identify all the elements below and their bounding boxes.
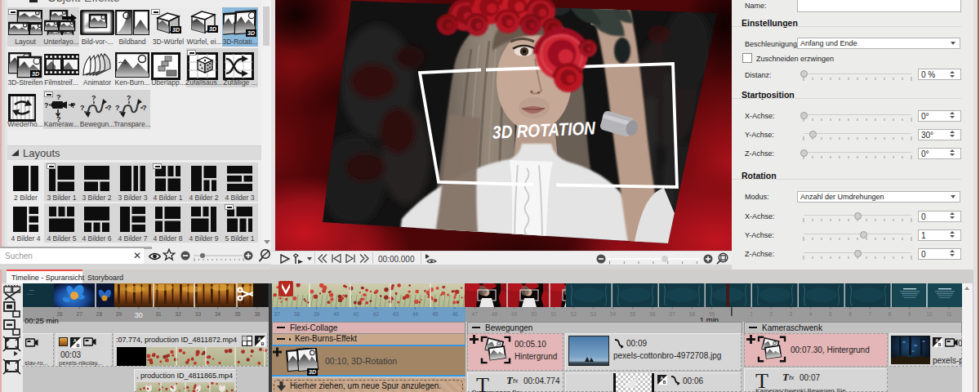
- svg-text:36: 36: [254, 311, 261, 317]
- svg-text:B: B: [938, 342, 942, 347]
- svg-text:46: 46: [452, 311, 458, 317]
- svg-text:6: 6: [849, 311, 852, 317]
- svg-text:1: 1: [750, 311, 753, 317]
- svg-text:48: 48: [492, 311, 498, 317]
- svg-text:2: 2: [769, 311, 773, 317]
- svg-text:39: 39: [314, 311, 320, 317]
- svg-text:47: 47: [472, 311, 479, 317]
- svg-text:3: 3: [790, 311, 793, 317]
- svg-text:10: 10: [926, 311, 933, 317]
- svg-text:51: 51: [550, 311, 557, 317]
- svg-text:42: 42: [373, 311, 380, 317]
- svg-text:40: 40: [333, 311, 340, 317]
- svg-text:34: 34: [215, 311, 221, 317]
- svg-text:54: 54: [610, 311, 617, 317]
- svg-text:58: 58: [689, 311, 696, 317]
- svg-text:56: 56: [649, 311, 656, 317]
- svg-text:44: 44: [412, 311, 419, 317]
- svg-text:33: 33: [195, 311, 202, 317]
- svg-text:?: ?: [44, 101, 49, 109]
- svg-text:49: 49: [511, 311, 518, 317]
- svg-text:37: 37: [274, 311, 281, 317]
- svg-text:7: 7: [868, 311, 871, 317]
- svg-text:30: 30: [135, 311, 143, 319]
- svg-text:B: B: [261, 341, 264, 346]
- svg-text:B: B: [76, 342, 79, 347]
- svg-text:8: 8: [889, 311, 892, 317]
- svg-text:?: ?: [80, 104, 85, 112]
- svg-text:5: 5: [829, 311, 832, 317]
- svg-text:3D: 3D: [209, 26, 216, 32]
- svg-text:32: 32: [176, 311, 182, 317]
- svg-text:27: 27: [77, 311, 83, 317]
- svg-text:3D: 3D: [172, 27, 180, 33]
- svg-text:31: 31: [155, 311, 162, 317]
- svg-text:3D: 3D: [309, 369, 316, 375]
- svg-text:53: 53: [590, 311, 597, 317]
- svg-text:3D: 3D: [247, 30, 255, 36]
- svg-text:4: 4: [809, 311, 813, 317]
- svg-text:43: 43: [393, 311, 399, 317]
- svg-text:?: ?: [115, 104, 120, 112]
- svg-text:41: 41: [353, 311, 359, 317]
- svg-text:55: 55: [630, 311, 636, 317]
- svg-text:45: 45: [432, 311, 439, 317]
- svg-text:50: 50: [531, 311, 537, 317]
- svg-text:B: B: [663, 380, 666, 385]
- svg-text:?: ?: [91, 94, 96, 102]
- svg-text:?: ?: [56, 94, 61, 101]
- svg-text:35: 35: [234, 311, 241, 317]
- svg-text:57: 57: [670, 311, 676, 317]
- svg-text:?: ?: [127, 94, 131, 102]
- svg-text:9: 9: [908, 311, 911, 317]
- svg-text:3D: 3D: [32, 71, 39, 77]
- svg-text:28: 28: [96, 311, 103, 317]
- svg-text:11: 11: [947, 311, 952, 317]
- svg-text:38: 38: [294, 311, 301, 317]
- svg-text:29: 29: [116, 311, 122, 317]
- svg-text:52: 52: [571, 311, 577, 317]
